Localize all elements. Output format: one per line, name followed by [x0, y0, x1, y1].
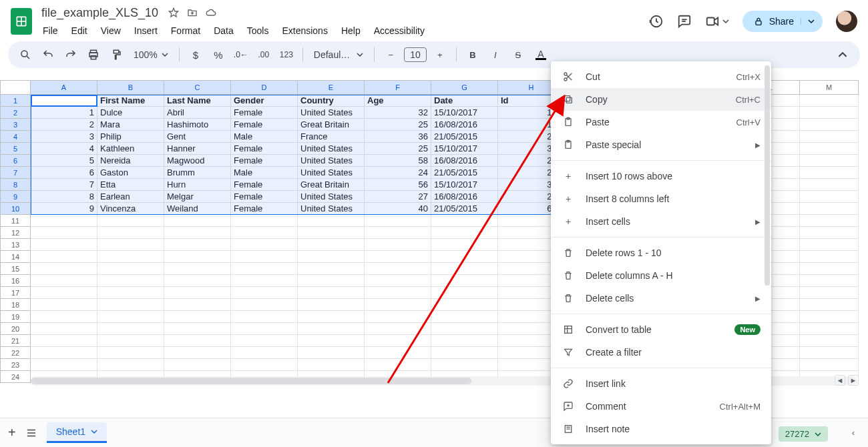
cell[interactable]: Gaston — [97, 167, 164, 179]
cell[interactable] — [231, 335, 298, 347]
cell[interactable]: Mara — [97, 119, 164, 131]
cell[interactable] — [298, 359, 365, 371]
cell[interactable] — [431, 227, 498, 239]
cell[interactable]: 40 — [365, 203, 431, 215]
cell[interactable]: 16/08/2016 — [431, 119, 498, 131]
cell[interactable] — [31, 263, 97, 275]
ctx-convert-table[interactable]: Convert to table New — [551, 318, 771, 341]
cell[interactable] — [164, 323, 231, 335]
cell[interactable] — [31, 275, 97, 287]
cell[interactable]: United States — [298, 167, 365, 179]
cell[interactable]: 56 — [365, 179, 431, 191]
row-header[interactable]: 22 — [0, 347, 31, 359]
cell[interactable]: Female — [231, 119, 298, 131]
row-header[interactable]: 24 — [0, 371, 31, 383]
col-header-C[interactable]: C — [164, 80, 231, 95]
cell[interactable] — [431, 311, 498, 323]
cell[interactable]: Female — [231, 179, 298, 191]
cell[interactable] — [800, 239, 859, 251]
cell[interactable]: 32 — [365, 107, 431, 119]
row-header[interactable]: 15 — [0, 263, 31, 275]
text-color-icon[interactable]: A — [531, 45, 550, 64]
row-header[interactable]: 18 — [0, 299, 31, 311]
cell[interactable] — [97, 263, 164, 275]
cell[interactable] — [31, 347, 97, 359]
cell[interactable] — [365, 323, 431, 335]
cell[interactable]: Hashimoto — [164, 119, 231, 131]
cell[interactable]: Male — [231, 167, 298, 179]
cell[interactable] — [365, 227, 431, 239]
cell[interactable] — [431, 251, 498, 263]
cell[interactable] — [800, 251, 859, 263]
cell[interactable]: 3 — [31, 131, 97, 143]
cell[interactable] — [97, 359, 164, 371]
ctx-insert-rows[interactable]: + Insert 10 rows above — [551, 165, 771, 187]
bold-icon[interactable]: B — [463, 45, 482, 64]
cell[interactable]: 21/05/2015 — [431, 167, 498, 179]
cell[interactable] — [365, 347, 431, 359]
cell[interactable] — [800, 335, 859, 347]
row-header[interactable]: 19 — [0, 311, 31, 323]
cell[interactable] — [365, 359, 431, 371]
cell[interactable]: 5 — [31, 155, 97, 167]
col-header-E[interactable]: E — [298, 80, 365, 95]
cell[interactable] — [800, 287, 859, 299]
ctx-comment[interactable]: Comment Ctrl+Alt+M — [551, 395, 771, 418]
cell[interactable] — [800, 119, 859, 131]
cell[interactable]: United States — [298, 155, 365, 167]
cell[interactable] — [97, 275, 164, 287]
cell[interactable] — [298, 275, 365, 287]
col-header-M[interactable]: M — [800, 80, 859, 95]
cell[interactable]: Earlean — [97, 191, 164, 203]
cell[interactable] — [365, 287, 431, 299]
cell[interactable] — [164, 347, 231, 359]
cell[interactable]: Gender — [231, 95, 298, 107]
row-header[interactable]: 4 — [0, 131, 31, 143]
star-icon[interactable] — [168, 7, 180, 19]
cell[interactable] — [31, 239, 97, 251]
sheet-menu-caret-icon[interactable] — [91, 428, 97, 435]
cell[interactable]: 8 — [31, 191, 97, 203]
cell[interactable]: 16/08/2016 — [431, 155, 498, 167]
cell[interactable]: Vincenza — [97, 203, 164, 215]
cell[interactable] — [365, 335, 431, 347]
cell[interactable] — [298, 251, 365, 263]
cell[interactable] — [800, 107, 859, 119]
cell[interactable]: 0 — [31, 95, 97, 107]
explore-sum-pill[interactable]: 27272 — [779, 426, 828, 442]
cell[interactable] — [164, 263, 231, 275]
cell[interactable] — [231, 263, 298, 275]
cell[interactable] — [164, 335, 231, 347]
cell[interactable]: Female — [231, 155, 298, 167]
cell[interactable] — [298, 239, 365, 251]
font-size-decrease-icon[interactable]: − — [381, 45, 400, 64]
cell[interactable] — [365, 275, 431, 287]
row-header[interactable]: 10 — [0, 203, 31, 215]
cell[interactable] — [231, 347, 298, 359]
cell[interactable] — [800, 167, 859, 179]
collapse-toolbar-icon[interactable] — [833, 45, 852, 64]
cell[interactable]: Philip — [97, 131, 164, 143]
row-header[interactable]: 13 — [0, 239, 31, 251]
cell[interactable]: 58 — [365, 155, 431, 167]
cell[interactable] — [231, 311, 298, 323]
cell[interactable]: Dulce — [97, 107, 164, 119]
row-header[interactable]: 7 — [0, 167, 31, 179]
comments-icon[interactable] — [677, 14, 692, 29]
ctx-cut[interactable]: Cut Ctrl+X — [551, 65, 771, 88]
cell[interactable] — [298, 299, 365, 311]
cell[interactable] — [231, 359, 298, 371]
font-size-input[interactable]: 10 — [404, 47, 427, 62]
redo-icon[interactable] — [61, 45, 80, 64]
increase-decimal-icon[interactable]: .00 — [254, 45, 273, 64]
ctx-paste-special[interactable]: Paste special ▶ — [551, 133, 771, 156]
cell[interactable] — [164, 359, 231, 371]
cell[interactable] — [231, 323, 298, 335]
cell[interactable] — [164, 311, 231, 323]
cell[interactable]: France — [298, 131, 365, 143]
cell[interactable]: Male — [231, 131, 298, 143]
col-header-G[interactable]: G — [431, 80, 498, 95]
ctx-paste[interactable]: Paste Ctrl+V — [551, 111, 771, 133]
cell[interactable] — [800, 179, 859, 191]
ctx-delete-cells[interactable]: Delete cells ▶ — [551, 287, 771, 310]
